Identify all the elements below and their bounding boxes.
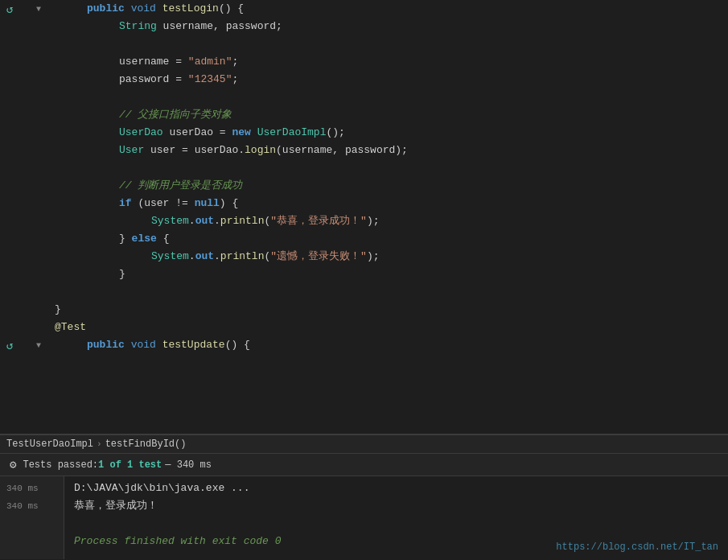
code-line-12: if (user != null) { — [55, 195, 728, 212]
string-fail: "遗憾，登录失败！" — [270, 248, 367, 266]
code-line-2: String username, password; — [55, 18, 728, 35]
code-line-13: System.out.println("恭喜，登录成功！"); — [55, 212, 728, 230]
code-line-5: password = "12345"; — [55, 71, 728, 89]
code-line-20: public void testUpdate() { — [55, 336, 728, 354]
fold-icon-13 — [32, 212, 45, 230]
fold-icon-4 — [32, 53, 45, 71]
gutter-spacer — [3, 71, 16, 89]
time-entry-1: 340 ms — [6, 480, 57, 497]
method-testlogin: testLogin — [162, 0, 219, 18]
gutter-spacer — [3, 301, 16, 319]
code-line-9: User user = userDao.login(username, pass… — [55, 142, 728, 159]
gutter-spacer — [3, 177, 16, 195]
string-admin: "admin" — [188, 53, 232, 71]
string-success: "恭喜，登录成功！" — [270, 212, 367, 230]
code-line-14: } else { — [55, 230, 728, 248]
method-println-1: println — [220, 212, 265, 230]
process-text: Process finished with exit code 0 — [74, 533, 281, 550]
gear-icon[interactable]: ⚙ — [10, 458, 16, 471]
code-editor[interactable]: public void testLogin() { String usernam… — [48, 0, 728, 434]
string-password: "12345" — [188, 71, 232, 89]
breadcrumb-class[interactable]: TestUserDaoImpl — [6, 439, 93, 450]
success-text: 恭喜，登录成功！ — [74, 497, 158, 515]
fold-icons: ▼ ▼ — [32, 0, 45, 354]
gutter-spacer — [3, 266, 16, 283]
code-line-16: } — [55, 266, 728, 283]
fold-icon-8 — [32, 124, 45, 142]
gutter-spacer — [3, 248, 16, 266]
watermark: https://blog.csdn.net/IT_tan — [556, 541, 718, 553]
breadcrumb-separator: › — [97, 439, 102, 449]
fold-icon-3 — [32, 35, 45, 53]
gutter-icons: ↺ ↺ — [3, 0, 16, 354]
fold-icon-17 — [32, 283, 45, 301]
type-userdaoimpl: UserDaoImpl — [257, 124, 327, 142]
keyword-out: out — [195, 212, 214, 230]
code-line-7: // 父接口指向子类对象 — [55, 106, 728, 124]
run-icon-1[interactable]: ↺ — [3, 0, 16, 18]
gutter-spacer — [3, 35, 16, 53]
keyword-public-2: public — [87, 336, 125, 354]
gutter-spacer — [3, 18, 16, 35]
code-line-4: username = "admin"; — [55, 53, 728, 71]
fold-icon-16 — [32, 266, 45, 283]
gutter-spacer — [3, 195, 16, 212]
code-line-11: // 判断用户登录是否成功 — [55, 177, 728, 195]
code-line-10 — [55, 159, 728, 177]
java-path-text: D:\JAVA\jdk\bin\java.exe ... — [74, 480, 249, 497]
breadcrumb-bar: TestUserDaoImpl › testFindById() — [0, 434, 728, 454]
gutter-spacer — [3, 283, 16, 301]
gutter-spacer — [3, 212, 16, 230]
comment-2: // 判断用户登录是否成功 — [119, 177, 242, 195]
fold-icon-5 — [32, 71, 45, 89]
method-testupdate: testUpdate — [162, 336, 225, 354]
code-line-8: UserDao userDao = new UserDaoImpl(); — [55, 124, 728, 142]
code-line-18: } — [55, 301, 728, 319]
run-icon-2[interactable]: ↺ — [3, 336, 16, 354]
fold-icon-18 — [32, 301, 45, 319]
output-line-2: 恭喜，登录成功！ — [74, 497, 718, 515]
gutter: ↺ ↺ ▼ — [0, 0, 48, 434]
fold-icon-1[interactable]: ▼ — [32, 0, 45, 18]
output-line-1: D:\JAVA\jdk\bin\java.exe ... — [74, 480, 718, 497]
keyword-null: null — [195, 195, 220, 212]
keyword-out-2: out — [195, 248, 214, 266]
breadcrumb-method[interactable]: testFindById() — [105, 439, 187, 450]
fold-icon-20[interactable]: ▼ — [32, 336, 45, 354]
keyword-if: if — [119, 195, 132, 212]
code-line-17 — [55, 283, 728, 301]
type-system-2: System — [151, 248, 189, 266]
code-line-6 — [55, 89, 728, 106]
keyword-void-2: void — [131, 336, 156, 354]
fold-icon-2 — [32, 18, 45, 35]
gutter-spacer — [3, 230, 16, 248]
pass-count: 1 of 1 test — [98, 459, 162, 471]
fold-icon-15 — [32, 248, 45, 266]
annotation-test: @Test — [55, 319, 86, 336]
output-line-3 — [74, 515, 718, 533]
keyword-void: void — [131, 0, 156, 18]
gutter-spacer — [3, 124, 16, 142]
type-user: User — [119, 142, 144, 159]
header-text: Tests passed: — [23, 459, 98, 471]
fold-icon-11 — [32, 177, 45, 195]
fold-icon-10 — [32, 159, 45, 177]
keyword-else: else — [132, 230, 157, 248]
gutter-spacer — [3, 89, 16, 106]
editor-area: ↺ ↺ ▼ — [0, 0, 728, 434]
gutter-spacer — [3, 142, 16, 159]
time-entry-2: 340 ms — [6, 497, 57, 515]
code-line-3 — [55, 35, 728, 53]
fold-icon-14 — [32, 230, 45, 248]
fold-icon-19 — [32, 319, 45, 336]
time-gutter: 340 ms 340 ms — [0, 476, 64, 559]
fold-icon-7 — [32, 106, 45, 124]
duration-text: — 340 ms — [165, 459, 212, 471]
gutter-spacer — [3, 159, 16, 177]
method-println-2: println — [220, 248, 265, 266]
method-login: login — [245, 142, 276, 159]
type-userdao: UserDao — [119, 124, 163, 142]
panel-header: ⚙ Tests passed: 1 of 1 test — 340 ms — [0, 454, 728, 476]
fold-icon-6 — [32, 89, 45, 106]
fold-icon-12 — [32, 195, 45, 212]
